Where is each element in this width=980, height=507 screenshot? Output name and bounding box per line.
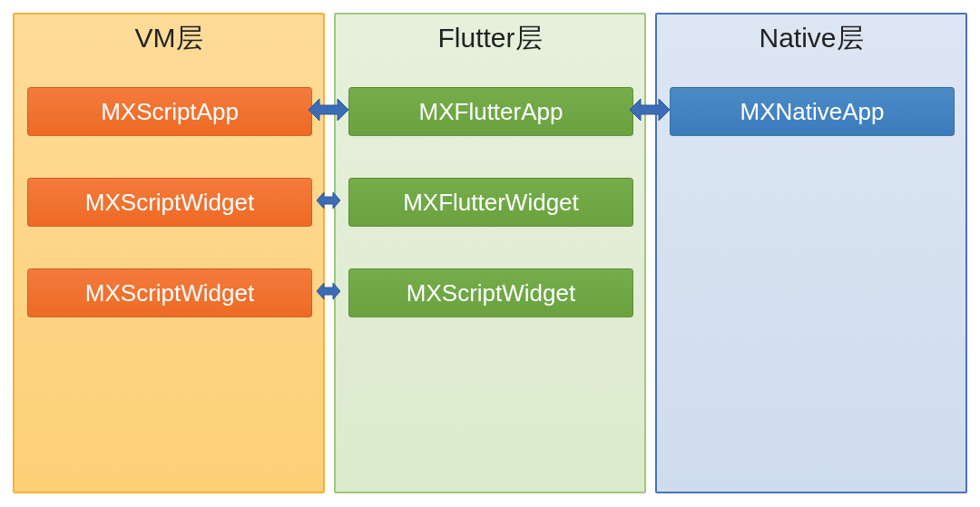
layer-native: Native层 MXNativeApp (655, 13, 967, 493)
layer-flutter-title: Flutter层 (336, 15, 644, 57)
block-vm-widget-2: MXScriptWidget (27, 268, 312, 317)
layer-flutter: Flutter层 MXFlutterApp MXFlutterWidget MX… (334, 13, 646, 493)
block-flutter-widget: MXFlutterWidget (348, 178, 633, 227)
double-arrow-icon (317, 189, 340, 212)
block-native-app: MXNativeApp (670, 87, 955, 136)
double-arrow-icon (309, 94, 348, 125)
block-vm-app: MXScriptApp (27, 87, 312, 136)
double-arrow-icon (317, 279, 340, 303)
block-flutter-script-widget: MXScriptWidget (348, 268, 633, 317)
layer-vm: VM层 MXScriptApp MXScriptWidget MXScriptW… (13, 13, 325, 493)
block-flutter-app: MXFlutterApp (348, 87, 633, 136)
layer-vm-title: VM层 (15, 15, 323, 57)
block-vm-widget-1: MXScriptWidget (27, 178, 312, 227)
architecture-diagram: VM层 MXScriptApp MXScriptWidget MXScriptW… (0, 0, 980, 507)
layer-native-title: Native层 (657, 15, 965, 57)
double-arrow-icon (630, 94, 670, 125)
